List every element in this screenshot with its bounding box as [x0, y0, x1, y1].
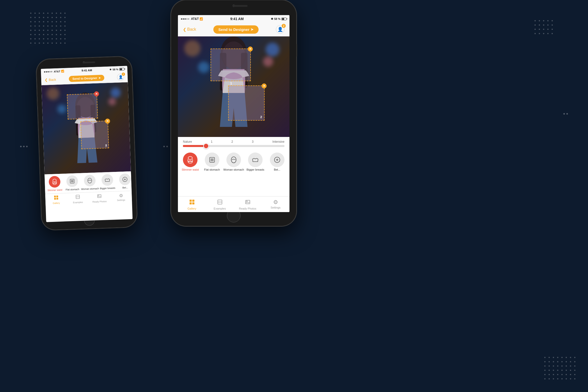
bet-svg: [121, 176, 129, 183]
svg-point-33: [246, 201, 248, 202]
tab-gallery[interactable]: Gallery: [45, 193, 67, 206]
r-body-option-flat-stomach[interactable]: Flat stomach: [201, 153, 223, 171]
r-flat-stomach-svg: [208, 156, 216, 164]
bigger-breasts-label: Bigger breasts: [100, 186, 115, 190]
r-signal-3: [184, 18, 186, 20]
r-back-button[interactable]: ❮ Back: [183, 27, 196, 32]
r-ready-photos-icon: [245, 199, 251, 207]
bet-icon: [119, 173, 131, 185]
r-signal-5: [188, 18, 189, 20]
bluetooth-icon: ✱: [110, 68, 112, 71]
phone-right: AT&T 📶 9:41 AM ✱ 58 % ❮ Back: [171, 0, 297, 226]
bokeh-1: [110, 87, 121, 98]
r-selection-box-face[interactable]: ✕: [211, 48, 251, 81]
body-option-bigger-breasts[interactable]: Bigger breasts: [98, 174, 116, 190]
flat-stomach-svg: [69, 178, 76, 185]
phone-right-photo-area: ✕ 1 ✕ 2: [178, 36, 289, 137]
r-settings-label: Settings: [271, 206, 281, 209]
r-body-option-bet[interactable]: Bet...: [266, 153, 288, 171]
phone-left-body-options: Slimmer waist Flat stomach: [44, 171, 131, 194]
body-option-woman-stomach[interactable]: Woman stomach: [81, 174, 99, 190]
send-to-designer-button[interactable]: Send to Designer ➤: [69, 75, 104, 82]
r-slimmer-waist-icon: [183, 153, 198, 167]
slimmer-waist-label: Slimmer waist: [47, 188, 62, 192]
slider-label-nature: Nature: [183, 140, 192, 143]
intensity-slider[interactable]: [183, 145, 284, 147]
r-selection-box-body[interactable]: 1 ✕ 2: [228, 85, 265, 121]
phone-left-body: AT&T 📶 9:41 AM ✱ 58 % ❮ Back: [36, 56, 137, 230]
phone-right-status-bar: AT&T 📶 9:41 AM ✱ 58 %: [178, 15, 289, 23]
bokeh-3: [46, 87, 60, 100]
r-flat-stomach-icon: [205, 153, 219, 167]
battery-fill: [120, 68, 122, 70]
back-label: Back: [49, 78, 56, 82]
r-tab-gallery[interactable]: Gallery: [178, 197, 206, 212]
ready-photos-icon: [97, 193, 102, 200]
r-send-to-designer-button[interactable]: Send to Designer ➤: [213, 25, 259, 34]
tab-examples[interactable]: Examples: [67, 192, 89, 205]
battery-percent: 58 %: [113, 68, 118, 71]
phone-right-tab-bar: Gallery Examples: [178, 196, 289, 212]
woman-stomach-icon: [84, 175, 96, 187]
send-arrow-icon: ➤: [99, 76, 101, 79]
body-option-flat-stomach[interactable]: Flat stomach: [63, 175, 81, 191]
r-user-badge: 2: [282, 24, 286, 28]
dots-pattern-tl: [30, 13, 66, 44]
phone-left-screen: AT&T 📶 9:41 AM ✱ 58 % ❮ Back: [41, 66, 133, 222]
back-arrow-icon: ❮: [45, 78, 48, 82]
r-tab-settings[interactable]: ⚙ Settings: [262, 197, 289, 212]
phone-left: AT&T 📶 9:41 AM ✱ 58 % ❮ Back: [36, 56, 137, 230]
body-option-bet[interactable]: Bet...: [116, 173, 131, 189]
slider-label-1: 1: [211, 140, 213, 143]
r-woman-stomach-label: Woman stomach: [223, 168, 244, 171]
phone-right-slider-section: Nature 1 2 3 Intensive: [178, 137, 289, 150]
user-badge: 2: [122, 73, 125, 76]
r-bet-label: Bet...: [274, 168, 280, 171]
svg-rect-10: [56, 195, 58, 197]
gallery-svg: [54, 195, 59, 200]
r-photo-bg: ✕ 1 ✕ 2: [178, 36, 289, 137]
r-selection-close-body[interactable]: ✕: [262, 83, 267, 88]
r-bet-svg: [273, 156, 281, 164]
r-selection-close-face[interactable]: ✕: [248, 46, 253, 52]
status-left-r: AT&T 📶: [181, 17, 203, 21]
r-tab-ready-photos[interactable]: Ready Photos: [234, 197, 262, 212]
body-option-slimmer-waist[interactable]: Slimmer waist: [45, 176, 64, 191]
phone-right-vol-up: [170, 38, 171, 47]
selection-box-face[interactable]: ✕: [67, 93, 98, 119]
ready-photos-svg: [97, 193, 102, 199]
phone-left-photo-area: ✕ 1 ✕ 2: [41, 82, 131, 174]
r-flat-stomach-label: Flat stomach: [204, 168, 220, 171]
svg-rect-9: [54, 195, 56, 197]
r-examples-label: Examples: [214, 207, 226, 210]
r-slimmer-waist-label: Slimmer waist: [182, 168, 199, 171]
dots-pattern-br: [544, 357, 575, 379]
signal-dot-4: [49, 71, 51, 72]
r-slimmer-waist-svg: [186, 156, 194, 164]
svg-rect-27: [192, 200, 194, 202]
tab-settings[interactable]: ⚙ Settings: [110, 191, 132, 204]
r-tab-examples[interactable]: Examples: [206, 197, 234, 212]
r-send-label: Send to Designer: [218, 27, 249, 32]
r-status-right: ✱ 58 %: [271, 17, 286, 21]
r-body-option-slimmer-waist[interactable]: Slimmer waist: [179, 153, 201, 171]
r-gallery-icon: [189, 199, 195, 207]
slider-label-2: 2: [231, 140, 233, 143]
r-body-option-bigger-breasts[interactable]: Bigger breasts: [244, 153, 266, 171]
r-examples-icon: [217, 199, 223, 207]
phone-left-power: [133, 91, 134, 101]
gallery-label: Gallery: [53, 202, 60, 205]
phone-left-vol-up: [36, 90, 37, 97]
slider-thumb[interactable]: [203, 143, 209, 149]
tab-ready-photos[interactable]: Ready Photos: [88, 192, 111, 204]
flat-stomach-icon: [66, 175, 78, 187]
signal-dot-3: [47, 71, 49, 72]
svg-rect-11: [54, 198, 56, 200]
signal-dots-r: [181, 18, 189, 20]
selection-box-body[interactable]: 1 ✕ 2: [80, 121, 109, 149]
dash-left: [20, 146, 28, 147]
r-signal-2: [183, 18, 184, 20]
r-body-option-woman-stomach[interactable]: Woman stomach: [223, 153, 244, 171]
back-button[interactable]: ❮ Back: [45, 77, 56, 82]
r-signal-4: [186, 18, 187, 20]
